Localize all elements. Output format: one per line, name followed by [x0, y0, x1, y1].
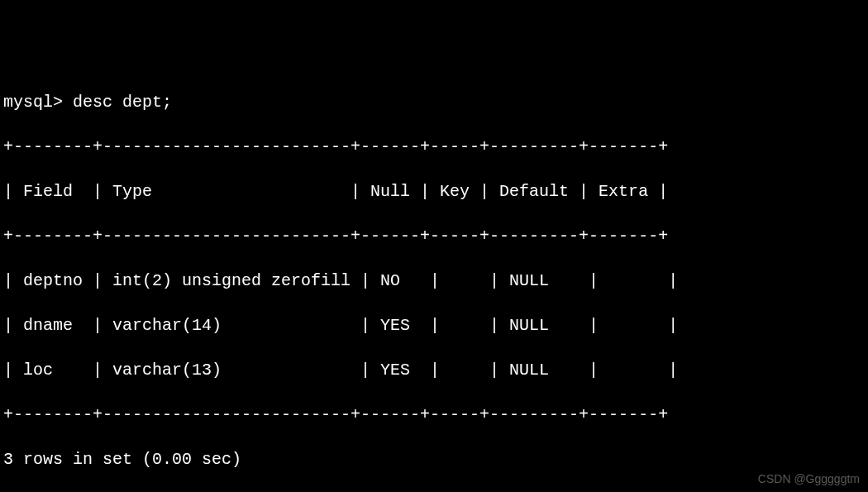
command-desc: desc dept; — [73, 93, 172, 112]
desc-row: | deptno | int(2) unsigned zerofill | NO… — [3, 270, 865, 292]
mysql-prompt: mysql> — [3, 93, 63, 112]
watermark: CSDN @Ggggggtm — [758, 471, 860, 487]
terminal-line-prompt-1[interactable]: mysql> desc dept; — [3, 91, 865, 113]
desc-border-top: +--------+-------------------------+----… — [3, 136, 865, 158]
desc-header: | Field | Type | Null | Key | Default | … — [3, 180, 865, 203]
desc-result: 3 rows in set (0.00 sec) — [3, 448, 865, 471]
desc-border-bot: +--------+-------------------------+----… — [3, 404, 865, 426]
desc-row: | dname | varchar(14) | YES | | NULL | | — [3, 314, 865, 337]
desc-row: | loc | varchar(13) | YES | | NULL | | — [3, 359, 865, 381]
desc-border-mid: +--------+-------------------------+----… — [3, 225, 865, 247]
